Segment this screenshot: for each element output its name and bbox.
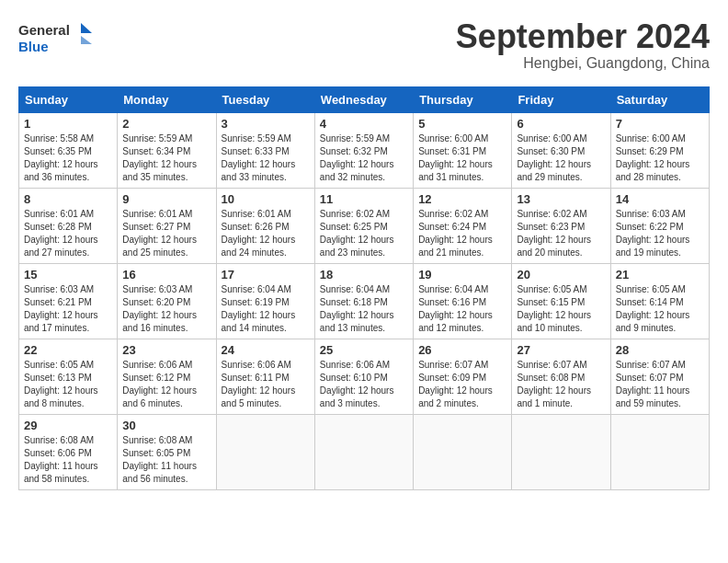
day-number: 27 (517, 343, 605, 357)
col-sunday: Sunday (19, 86, 118, 112)
table-row: 27 Sunrise: 6:07 AM Sunset: 6:08 PM Dayl… (512, 339, 610, 414)
table-row: 19 Sunrise: 6:04 AM Sunset: 6:16 PM Dayl… (414, 263, 512, 339)
cell-content: Sunrise: 6:05 AM Sunset: 6:15 PM Dayligh… (517, 283, 605, 335)
col-tuesday: Tuesday (216, 86, 314, 112)
header-row: Sunday Monday Tuesday Wednesday Thursday… (19, 86, 710, 112)
cell-content: Sunrise: 6:03 AM Sunset: 6:21 PM Dayligh… (24, 283, 112, 335)
calendar-body: 1 Sunrise: 5:58 AM Sunset: 6:35 PM Dayli… (19, 112, 710, 489)
day-number: 5 (418, 117, 506, 131)
svg-marker-3 (81, 36, 92, 44)
table-row: 8 Sunrise: 6:01 AM Sunset: 6:28 PM Dayli… (19, 188, 118, 263)
header: General Blue September 2024 Hengbei, Gua… (18, 18, 710, 72)
calendar-week-row: 22 Sunrise: 6:05 AM Sunset: 6:13 PM Dayl… (19, 339, 710, 414)
cell-content: Sunrise: 5:58 AM Sunset: 6:35 PM Dayligh… (24, 132, 112, 184)
calendar-week-row: 29 Sunrise: 6:08 AM Sunset: 6:06 PM Dayl… (19, 414, 710, 489)
day-number: 16 (122, 268, 210, 282)
cell-content: Sunrise: 6:02 AM Sunset: 6:25 PM Dayligh… (320, 208, 408, 259)
day-number: 13 (517, 192, 605, 206)
cell-content: Sunrise: 6:06 AM Sunset: 6:11 PM Dayligh… (222, 359, 310, 410)
empty-cell (610, 414, 709, 489)
table-row: 29 Sunrise: 6:08 AM Sunset: 6:06 PM Dayl… (19, 414, 118, 489)
cell-content: Sunrise: 6:04 AM Sunset: 6:19 PM Dayligh… (222, 283, 310, 335)
table-row: 24 Sunrise: 6:06 AM Sunset: 6:11 PM Dayl… (216, 339, 314, 414)
table-row: 7 Sunrise: 6:00 AM Sunset: 6:29 PM Dayli… (610, 112, 709, 188)
day-number: 17 (222, 268, 310, 282)
table-row: 13 Sunrise: 6:02 AM Sunset: 6:23 PM Dayl… (512, 188, 610, 263)
cell-content: Sunrise: 6:00 AM Sunset: 6:31 PM Dayligh… (418, 132, 506, 184)
day-number: 12 (418, 192, 506, 206)
table-row: 2 Sunrise: 5:59 AM Sunset: 6:34 PM Dayli… (118, 112, 216, 188)
cell-content: Sunrise: 5:59 AM Sunset: 6:33 PM Dayligh… (222, 132, 310, 184)
table-row: 22 Sunrise: 6:05 AM Sunset: 6:13 PM Dayl… (19, 339, 118, 414)
cell-content: Sunrise: 6:00 AM Sunset: 6:30 PM Dayligh… (517, 132, 605, 184)
table-row: 30 Sunrise: 6:08 AM Sunset: 6:05 PM Dayl… (118, 414, 216, 489)
day-number: 10 (222, 192, 310, 206)
cell-content: Sunrise: 6:05 AM Sunset: 6:14 PM Dayligh… (616, 283, 704, 335)
day-number: 6 (517, 117, 605, 131)
day-number: 28 (616, 343, 704, 357)
day-number: 24 (222, 343, 310, 357)
table-row: 20 Sunrise: 6:05 AM Sunset: 6:15 PM Dayl… (512, 263, 610, 339)
table-row: 5 Sunrise: 6:00 AM Sunset: 6:31 PM Dayli… (414, 112, 512, 188)
month-title: September 2024 (456, 18, 710, 55)
table-row: 14 Sunrise: 6:03 AM Sunset: 6:22 PM Dayl… (610, 188, 709, 263)
cell-content: Sunrise: 6:04 AM Sunset: 6:16 PM Dayligh… (418, 283, 506, 335)
calendar-week-row: 8 Sunrise: 6:01 AM Sunset: 6:28 PM Dayli… (19, 188, 710, 263)
logo-svg: General Blue (18, 18, 92, 57)
table-row: 12 Sunrise: 6:02 AM Sunset: 6:24 PM Dayl… (414, 188, 512, 263)
day-number: 25 (320, 343, 408, 357)
table-row: 4 Sunrise: 5:59 AM Sunset: 6:32 PM Dayli… (314, 112, 413, 188)
table-row: 6 Sunrise: 6:00 AM Sunset: 6:30 PM Dayli… (512, 112, 610, 188)
table-row: 28 Sunrise: 6:07 AM Sunset: 6:07 PM Dayl… (610, 339, 709, 414)
cell-content: Sunrise: 6:03 AM Sunset: 6:22 PM Dayligh… (616, 208, 704, 259)
day-number: 18 (320, 268, 408, 282)
cell-content: Sunrise: 5:59 AM Sunset: 6:32 PM Dayligh… (320, 132, 408, 184)
cell-content: Sunrise: 6:07 AM Sunset: 6:09 PM Dayligh… (418, 359, 506, 410)
day-number: 4 (320, 117, 408, 131)
calendar-table: Sunday Monday Tuesday Wednesday Thursday… (18, 86, 710, 490)
day-number: 9 (122, 192, 210, 206)
cell-content: Sunrise: 6:01 AM Sunset: 6:26 PM Dayligh… (222, 208, 310, 259)
cell-content: Sunrise: 6:08 AM Sunset: 6:06 PM Dayligh… (24, 434, 112, 486)
col-wednesday: Wednesday (314, 86, 413, 112)
day-number: 26 (418, 343, 506, 357)
empty-cell (512, 414, 610, 489)
table-row: 11 Sunrise: 6:02 AM Sunset: 6:25 PM Dayl… (314, 188, 413, 263)
empty-cell (314, 414, 413, 489)
table-row: 23 Sunrise: 6:06 AM Sunset: 6:12 PM Dayl… (118, 339, 216, 414)
day-number: 14 (616, 192, 704, 206)
svg-text:Blue: Blue (18, 39, 49, 54)
cell-content: Sunrise: 5:59 AM Sunset: 6:34 PM Dayligh… (122, 132, 210, 184)
table-row: 16 Sunrise: 6:03 AM Sunset: 6:20 PM Dayl… (118, 263, 216, 339)
calendar-week-row: 15 Sunrise: 6:03 AM Sunset: 6:21 PM Dayl… (19, 263, 710, 339)
calendar-week-row: 1 Sunrise: 5:58 AM Sunset: 6:35 PM Dayli… (19, 112, 710, 188)
table-row: 10 Sunrise: 6:01 AM Sunset: 6:26 PM Dayl… (216, 188, 314, 263)
day-number: 1 (24, 117, 112, 131)
cell-content: Sunrise: 6:01 AM Sunset: 6:28 PM Dayligh… (24, 208, 112, 259)
table-row: 15 Sunrise: 6:03 AM Sunset: 6:21 PM Dayl… (19, 263, 118, 339)
cell-content: Sunrise: 6:00 AM Sunset: 6:29 PM Dayligh… (616, 132, 704, 184)
svg-text:General: General (18, 22, 70, 38)
cell-content: Sunrise: 6:03 AM Sunset: 6:20 PM Dayligh… (122, 283, 210, 335)
col-thursday: Thursday (414, 86, 512, 112)
cell-content: Sunrise: 6:07 AM Sunset: 6:08 PM Dayligh… (517, 359, 605, 410)
cell-content: Sunrise: 6:08 AM Sunset: 6:05 PM Dayligh… (122, 434, 210, 486)
cell-content: Sunrise: 6:05 AM Sunset: 6:13 PM Dayligh… (24, 359, 112, 410)
table-row: 18 Sunrise: 6:04 AM Sunset: 6:18 PM Dayl… (314, 263, 413, 339)
table-row: 1 Sunrise: 5:58 AM Sunset: 6:35 PM Dayli… (19, 112, 118, 188)
day-number: 20 (517, 268, 605, 282)
day-number: 21 (616, 268, 704, 282)
day-number: 11 (320, 192, 408, 206)
table-row: 17 Sunrise: 6:04 AM Sunset: 6:19 PM Dayl… (216, 263, 314, 339)
cell-content: Sunrise: 6:02 AM Sunset: 6:23 PM Dayligh… (517, 208, 605, 259)
logo: General Blue (18, 18, 92, 57)
col-friday: Friday (512, 86, 610, 112)
day-number: 2 (122, 117, 210, 131)
title-area: September 2024 Hengbei, Guangdong, China (456, 18, 710, 72)
cell-content: Sunrise: 6:02 AM Sunset: 6:24 PM Dayligh… (418, 208, 506, 259)
cell-content: Sunrise: 6:06 AM Sunset: 6:12 PM Dayligh… (122, 359, 210, 410)
day-number: 22 (24, 343, 112, 357)
empty-cell (216, 414, 314, 489)
table-row: 9 Sunrise: 6:01 AM Sunset: 6:27 PM Dayli… (118, 188, 216, 263)
cell-content: Sunrise: 6:04 AM Sunset: 6:18 PM Dayligh… (320, 283, 408, 335)
